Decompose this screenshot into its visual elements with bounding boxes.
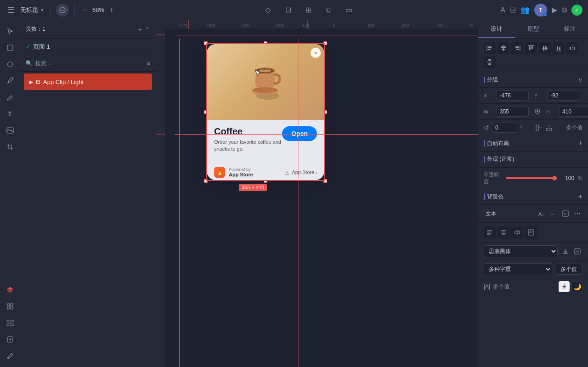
align-bottom-button[interactable] xyxy=(553,42,565,54)
align-center-h-button[interactable] xyxy=(498,42,509,54)
font-weight-row: 多种字重 xyxy=(478,260,588,278)
rotation-icon: ↺ xyxy=(484,124,489,131)
svg-rect-52 xyxy=(502,49,505,50)
close-button[interactable]: × xyxy=(311,48,321,58)
text-style-icon[interactable]: A↓ xyxy=(537,209,547,219)
dark-mode-button[interactable]: 🌙 xyxy=(571,281,582,292)
layer-item-app-clip[interactable]: ▶ ⊟ App Clip / Light xyxy=(24,73,152,90)
svg-rect-51 xyxy=(501,46,506,48)
open-button[interactable]: Open xyxy=(282,126,317,141)
page-item[interactable]: ✓ 页面 1 xyxy=(20,39,156,55)
distribute-h-button[interactable] xyxy=(566,42,578,54)
search-icon: 🔍 xyxy=(26,60,33,67)
rotation-input[interactable] xyxy=(492,123,517,133)
avatar-button[interactable]: 设计 T xyxy=(534,4,547,17)
zoom-control: − 68% + xyxy=(80,6,116,15)
text-align-center-button[interactable] xyxy=(498,226,509,238)
zoom-plus-button[interactable]: + xyxy=(107,6,116,15)
share-icon[interactable]: ⊟ xyxy=(510,6,516,14)
eyedropper-icon[interactable] xyxy=(3,349,17,363)
download-font-button[interactable] xyxy=(560,246,571,256)
text-vertical-align-button[interactable] xyxy=(511,226,523,238)
tab-design[interactable]: 设计 xyxy=(478,20,515,38)
flip-h-icon[interactable] xyxy=(545,124,553,131)
align-center-v-button[interactable] xyxy=(539,42,551,54)
text-box-icon[interactable]: A xyxy=(560,209,571,219)
font-weight-select[interactable]: 多种字重 xyxy=(484,263,552,275)
history-icon[interactable] xyxy=(3,316,17,330)
layer-expand-icon: ▶ xyxy=(29,79,33,85)
zoom-value[interactable]: 68% xyxy=(92,6,104,13)
light-mode-button[interactable]: ☀ xyxy=(559,281,570,292)
align-left-button[interactable] xyxy=(484,42,496,54)
text-align-left-button[interactable] xyxy=(484,226,496,238)
collapse-pages-button[interactable]: ⌃ xyxy=(145,26,150,33)
frame-icon[interactable] xyxy=(3,40,17,55)
image-icon[interactable] xyxy=(3,123,17,138)
w-input[interactable] xyxy=(497,107,529,117)
font-size-input[interactable] xyxy=(555,264,582,275)
wh-row: W H xyxy=(478,104,588,120)
app-store-link[interactable]: △ App Store › xyxy=(285,169,317,175)
flip-v-icon[interactable] xyxy=(535,124,543,131)
text-tool-icon[interactable]: T xyxy=(3,107,17,121)
frame-tool-icon[interactable]: ⊡ xyxy=(282,4,294,17)
opacity-thumb[interactable] xyxy=(552,176,557,181)
opacity-slider[interactable] xyxy=(506,177,557,179)
degree-symbol: ° xyxy=(520,125,522,130)
frame-selection: × Coffee Order your favorite coffee and xyxy=(206,43,325,181)
select-tool-icon[interactable] xyxy=(3,24,17,39)
pencil-icon[interactable] xyxy=(3,90,17,105)
guide-line-h-top xyxy=(175,35,478,35)
appearance-header: 外观 (正常) xyxy=(478,152,588,167)
sort-icon[interactable]: ≡ xyxy=(147,60,150,67)
link-proportion-icon[interactable] xyxy=(532,108,543,116)
align-right-button[interactable] xyxy=(511,42,523,54)
text-style-icon[interactable]: A xyxy=(500,6,505,14)
h-input[interactable] xyxy=(559,107,588,117)
export-icon[interactable]: ⧉ xyxy=(562,6,567,14)
bg-color-indicator xyxy=(484,193,485,200)
play-icon[interactable]: ▶ xyxy=(552,6,557,14)
file-title[interactable]: 无标题 ▼ xyxy=(20,6,45,14)
x-input[interactable] xyxy=(497,90,529,101)
search-input[interactable] xyxy=(35,60,144,67)
move-tool-icon[interactable]: ◇ xyxy=(261,4,274,17)
crop-icon[interactable] xyxy=(3,140,17,154)
tab-prototype[interactable]: 原型 xyxy=(515,20,552,38)
canvas-area[interactable]: -478 -400 -300 -200 -123 0 100 200 300 4… xyxy=(156,20,478,367)
shape-icon[interactable] xyxy=(3,57,17,72)
plugin-icon[interactable] xyxy=(3,332,17,347)
layer-folder-icon: ⊟ xyxy=(36,79,40,85)
assets-icon[interactable] xyxy=(3,299,17,314)
font-more-button[interactable] xyxy=(572,246,582,256)
ruler-corner xyxy=(156,20,165,29)
collaborate-icon[interactable]: 👥 xyxy=(520,6,530,14)
text-align-row xyxy=(478,223,588,243)
library-icon[interactable]: ⧉ xyxy=(322,4,335,17)
text-more-options[interactable] xyxy=(572,209,582,219)
component-tool-icon[interactable]: ⊞ xyxy=(302,4,315,17)
text-box-type-button[interactable] xyxy=(525,226,537,238)
distribute-v-button[interactable] xyxy=(484,56,496,68)
add-page-button[interactable]: + xyxy=(138,26,142,33)
auto-layout-add-button[interactable]: + xyxy=(578,139,582,147)
y-input[interactable] xyxy=(547,90,579,101)
group-expand-arrow[interactable]: ∨ xyxy=(578,77,582,83)
comment-button[interactable] xyxy=(56,4,69,17)
zoom-minus-button[interactable]: − xyxy=(80,6,90,15)
background-color-header: 背景色 + xyxy=(478,189,588,205)
divider-1 xyxy=(50,5,51,16)
pen-icon[interactable] xyxy=(3,73,17,88)
svg-rect-7 xyxy=(7,304,10,306)
svg-rect-67 xyxy=(574,47,575,50)
powered-label: Powered by xyxy=(229,167,253,172)
tab-annotation[interactable]: 标注 xyxy=(551,20,588,38)
menu-icon[interactable]: ☰ xyxy=(6,3,17,17)
font-family-select[interactable]: 思源黑体 xyxy=(484,245,558,257)
text-width-icon[interactable]: ↔ xyxy=(548,209,559,219)
add-bg-color-button[interactable]: + xyxy=(578,192,582,201)
preview-icon[interactable]: ▭ xyxy=(342,4,355,17)
layers-icon[interactable] xyxy=(3,282,17,297)
align-top-button[interactable] xyxy=(525,42,537,54)
